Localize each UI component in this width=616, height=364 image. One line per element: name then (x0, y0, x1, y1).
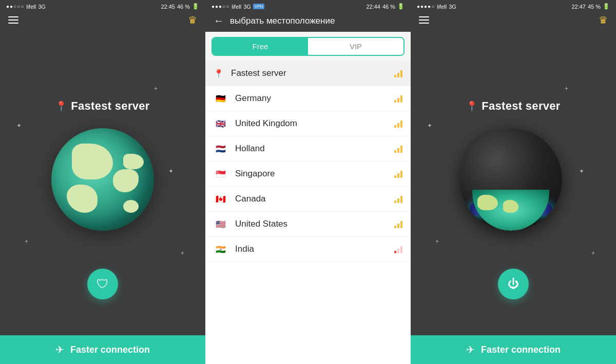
right-bottom-bar[interactable]: ✈ Faster connection (411, 335, 616, 364)
left-bottom-bar[interactable]: ✈ Faster connection (0, 335, 205, 364)
hamburger-menu[interactable] (419, 16, 429, 24)
bar3 (400, 120, 402, 128)
list-item-us[interactable]: 🇺🇸 United States (205, 212, 411, 237)
status-right: 22:45 46 % 🔋 (161, 3, 199, 10)
server-text: Fastest server (71, 99, 149, 113)
shield-button[interactable]: 🛡 (87, 269, 118, 299)
flag-uk: 🇬🇧 (214, 118, 228, 129)
signal-bars (394, 170, 402, 178)
bar1 (394, 251, 396, 253)
flag-holland: 🇳🇱 (214, 144, 228, 154)
server-text: Fastest server (482, 99, 560, 113)
shield-icon: 🛡 (97, 277, 109, 291)
location-name: Holland (235, 144, 394, 154)
bar1 (394, 226, 396, 228)
globe-land-2 (113, 169, 139, 192)
bar1 (394, 150, 396, 153)
helmet (459, 128, 567, 236)
bar2 (397, 173, 399, 178)
hamburger-line (419, 23, 429, 24)
time-label: 22:45 (161, 4, 175, 10)
star-decoration: ✦ (579, 168, 584, 175)
star-decoration: + (591, 250, 595, 257)
carrier-label: lifell (26, 4, 36, 10)
location-name: United Kingdom (235, 118, 394, 129)
list-item-singapore[interactable]: 🇸🇬 Singapore (205, 161, 411, 187)
bar3 (400, 95, 402, 103)
vpn-badge: VPN (253, 4, 264, 9)
bar3 (400, 246, 402, 253)
bar2 (397, 123, 399, 128)
hamburger-line (8, 23, 18, 24)
status-left: ●●●●○ lifell 3G (417, 4, 456, 10)
time-label: 22:47 (571, 4, 586, 10)
hamburger-line (419, 16, 429, 17)
flag-canada: 🇨🇦 (214, 194, 228, 204)
location-name: Singapore (235, 169, 394, 179)
signal-dots: ●●●●○ (417, 4, 435, 9)
tab-vip[interactable]: VIP (308, 38, 403, 55)
hamburger-menu[interactable] (8, 16, 18, 24)
signal-bars (394, 220, 402, 228)
globe-land-1 (72, 144, 113, 179)
location-name: Fastest server (231, 68, 394, 78)
hamburger-line (8, 19, 18, 21)
bar1 (394, 125, 396, 128)
left-panel: ●●○○○ lifell 3G 22:45 46 % 🔋 ♛ + ✦ + + ✦… (0, 0, 205, 364)
carrier-label: lifell (437, 4, 447, 10)
list-item-holland[interactable]: 🇳🇱 Holland (205, 136, 411, 161)
tab-bar: Free VIP (211, 37, 405, 56)
bar3 (400, 196, 402, 203)
network-label: 3G (449, 4, 456, 10)
bar2 (397, 148, 399, 153)
back-button[interactable]: ← (214, 15, 224, 27)
pin-icon: 📍 (55, 100, 67, 112)
helmet-land-1 (477, 195, 498, 210)
bar1 (394, 200, 396, 203)
signal-bars (394, 119, 402, 128)
star-decoration: + (154, 85, 158, 92)
star-decoration: + (181, 250, 184, 257)
pin-icon: 📍 (214, 69, 224, 78)
left-nav-bar: ♛ (0, 12, 205, 30)
carrier-label: lifell (232, 4, 241, 10)
signal-bars (394, 195, 402, 203)
status-left: ●●○○○ lifell 3G (6, 4, 46, 10)
status-left: ●●●○○ lifell 3G VPN (211, 4, 264, 10)
right-main-content: + ✦ + + ✦ 📍 Fastest server ⏻ (411, 30, 616, 335)
star-decoration: + (25, 238, 28, 245)
crown-icon[interactable]: ♛ (188, 14, 197, 26)
bar1 (394, 75, 396, 77)
location-name: Canada (235, 194, 394, 204)
globe-land-4 (123, 200, 139, 213)
list-item-india[interactable]: 🇮🇳 India (205, 237, 411, 262)
crown-icon[interactable]: ♛ (599, 14, 608, 26)
middle-status-bar: ●●●○○ lifell 3G VPN 22:44 46 % 🔋 (205, 0, 411, 12)
list-item-uk[interactable]: 🇬🇧 United Kingdom (205, 111, 411, 136)
globe-land-3 (67, 185, 98, 213)
bar3 (400, 221, 402, 228)
rocket-icon: ✈ (55, 343, 64, 356)
bar3 (400, 146, 402, 153)
helmet-outer (459, 128, 562, 231)
signal-dots: ●●○○○ (6, 4, 24, 9)
location-name: India (235, 244, 394, 254)
power-button[interactable]: ⏻ (498, 269, 529, 299)
bar2 (397, 249, 399, 253)
tab-free[interactable]: Free (213, 38, 308, 55)
list-item-germany[interactable]: 🇩🇪 Germany (205, 86, 411, 111)
location-list: 📍 Fastest server 🇩🇪 Germany 🇬🇧 United Ki… (205, 61, 411, 364)
location-name: United States (235, 219, 394, 229)
network-label: 3G (243, 4, 251, 10)
list-item-fastest[interactable]: 📍 Fastest server (205, 61, 411, 86)
nav-title: выбрать местоположение (230, 16, 335, 26)
bar2 (397, 73, 399, 77)
right-nav-bar: ♛ (411, 12, 616, 30)
time-label: 22:44 (366, 4, 380, 10)
right-status-bar: ●●●●○ lifell 3G 22:47 45 % 🔋 (411, 0, 616, 12)
pin-icon: 📍 (466, 100, 477, 112)
flag-singapore: 🇸🇬 (214, 169, 228, 179)
list-item-canada[interactable]: 🇨🇦 Canada (205, 187, 411, 212)
bar1 (394, 100, 396, 103)
flag-germany: 🇩🇪 (214, 93, 228, 104)
